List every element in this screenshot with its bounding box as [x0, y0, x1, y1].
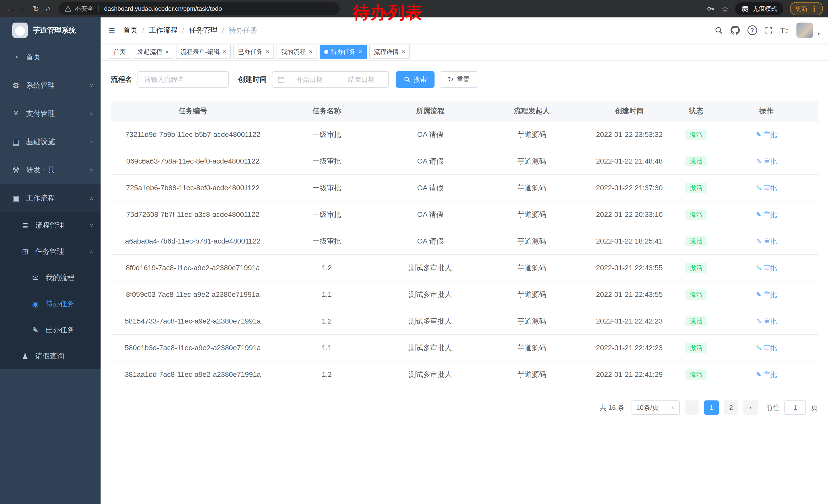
approve-link[interactable]: ✎ 审批	[756, 317, 777, 326]
chat-icon: ✉	[30, 273, 41, 282]
github-icon[interactable]	[731, 26, 740, 35]
approve-link[interactable]: ✎ 审批	[756, 370, 777, 379]
browser-home-icon[interactable]: ⌂	[42, 4, 54, 13]
update-button[interactable]: 更新 ⋮	[790, 2, 823, 15]
sidebar-item-devtools[interactable]: ⚒ 研发工具 ∨	[0, 156, 100, 184]
breadcrumb-separator: /	[222, 26, 224, 34]
approve-link[interactable]: ✎ 审批	[756, 184, 777, 192]
marker-icon: ✎	[30, 326, 41, 334]
url-bar[interactable]: 不安全 dashboard.yudao.iocoder.cn/bpm/task/…	[58, 2, 340, 15]
cell-status: 激活	[677, 334, 715, 361]
status-badge: 激活	[686, 156, 707, 166]
close-icon[interactable]: ×	[165, 48, 169, 55]
search-button[interactable]: 搜索	[396, 71, 434, 88]
prev-page-button[interactable]: ‹	[685, 401, 699, 415]
col-header-actions: 操作	[715, 101, 818, 121]
cell-task-name: 1.1	[275, 281, 379, 308]
search-icon[interactable]	[715, 26, 723, 34]
page-button-2[interactable]: 2	[724, 401, 738, 415]
approve-link[interactable]: ✎ 审批	[756, 237, 777, 246]
table-row: 381aa1dd-7ac8-11ec-a9e2-a2380e71991a 1.2…	[111, 361, 818, 388]
sidebar-item-done-task[interactable]: ✎ 已办任务	[0, 317, 100, 343]
page-size-select[interactable]: 10条/页 ∨	[631, 401, 680, 415]
page-size-value: 10条/页	[636, 403, 659, 412]
approve-link[interactable]: ✎ 审批	[756, 130, 777, 139]
sidebar-item-home[interactable]: ◔ 首页	[0, 43, 100, 71]
cell-initiator: 芋道源码	[482, 175, 582, 201]
cell-status: 激活	[677, 361, 715, 388]
sidebar-item-my-process[interactable]: ✉ 我的流程	[0, 265, 100, 291]
close-icon[interactable]: ×	[266, 48, 269, 55]
cell-create-time: 2022-01-21 22:42:23	[581, 308, 677, 334]
chevron-down-icon[interactable]: ▾	[818, 31, 820, 36]
sidebar-item-todo-task[interactable]: ◉ 待办任务	[0, 291, 100, 317]
close-icon[interactable]: ×	[359, 48, 362, 55]
approve-link[interactable]: ✎ 审批	[756, 343, 777, 353]
cell-status: 激活	[677, 121, 715, 148]
tab-发起流程[interactable]: 发起流程 ×	[133, 45, 173, 59]
cell-initiator: 芋道源码	[482, 201, 582, 228]
goto-page-input[interactable]	[784, 401, 806, 415]
browser-reload-icon[interactable]: ↻	[30, 4, 42, 13]
tab-待办任务[interactable]: 待办任务 ×	[320, 45, 367, 59]
sidebar-item-leave-query[interactable]: ♟ 请假查询	[0, 343, 100, 369]
approve-link[interactable]: ✎ 审批	[756, 210, 777, 219]
tab-流程表单-编辑[interactable]: 流程表单-编辑 ×	[176, 45, 231, 59]
table-row: 8f059c03-7ac8-11ec-a9e2-a2380e71991a 1.1…	[111, 281, 818, 308]
eye-icon: ◉	[30, 300, 41, 308]
close-icon[interactable]: ×	[223, 48, 226, 55]
yen-icon: ¥	[10, 109, 22, 118]
search-button-label: 搜索	[413, 75, 427, 84]
sidebar-item-system[interactable]: ⚙ 系统管理 ∨	[0, 71, 100, 99]
page-content: 流程名 创建时间 开始日期 - 结束日期	[100, 61, 828, 504]
cell-initiator: 芋道源码	[482, 228, 582, 255]
cell-process-name: 测试多审批人	[379, 361, 482, 388]
page-button-1[interactable]: 1	[704, 401, 719, 415]
breadcrumb-workflow[interactable]: 工作流程	[149, 26, 177, 35]
approve-link[interactable]: ✎ 审批	[756, 264, 777, 273]
reset-button[interactable]: ↻ 重置	[440, 71, 478, 88]
sidebar-toggle-icon[interactable]: ≡	[109, 25, 115, 36]
sidebar-item-infrastructure[interactable]: ▤ 基础设施 ∨	[0, 128, 100, 156]
sidebar-item-payment[interactable]: ¥ 支付管理 ∨	[0, 99, 100, 128]
browser-back-icon[interactable]: ←	[5, 4, 17, 13]
cell-task-id: 381aa1dd-7ac8-11ec-a9e2-a2380e71991a	[111, 361, 275, 388]
breadcrumb-home[interactable]: 首页	[123, 26, 138, 35]
cell-task-name: 1.2	[275, 255, 379, 281]
avatar[interactable]	[796, 22, 813, 38]
table-row: 73211d9d-7b9b-11ec-b5b7-acde48001122 一级审…	[111, 121, 818, 148]
sidebar-item-workflow[interactable]: ▣ 工作流程 ∧	[0, 184, 100, 212]
edit-icon: ✎	[756, 317, 761, 325]
app-logo[interactable]: 芋道管理系统	[0, 17, 100, 43]
cell-actions: ✎ 审批	[715, 255, 818, 281]
browser-forward-icon[interactable]: →	[17, 4, 30, 13]
status-badge: 激活	[686, 263, 707, 273]
process-name-input[interactable]	[137, 71, 229, 88]
sidebar-item-task-mgmt[interactable]: ⊞ 任务管理 ∧	[0, 238, 100, 265]
date-range-picker[interactable]: 开始日期 - 结束日期	[272, 71, 389, 88]
chevron-up-icon: ∧	[89, 249, 93, 254]
approve-link[interactable]: ✎ 审批	[756, 157, 777, 166]
tab-流程详情[interactable]: 流程详情 ×	[369, 45, 410, 59]
create-time-label: 创建时间	[238, 75, 267, 84]
cell-task-name: 一级审批	[275, 228, 379, 255]
sidebar-item-process-mgmt[interactable]: ≣ 流程管理 ∨	[0, 212, 100, 238]
approve-link[interactable]: ✎ 审批	[756, 290, 777, 299]
close-icon[interactable]: ×	[402, 48, 405, 55]
tab-我的流程[interactable]: 我的流程 ×	[277, 45, 317, 59]
cell-create-time: 2022-01-22 18:25:41	[581, 228, 677, 255]
edit-icon: ✎	[756, 237, 761, 245]
warning-icon	[65, 6, 71, 12]
close-icon[interactable]: ×	[309, 48, 313, 55]
help-icon[interactable]: ?	[747, 26, 757, 35]
font-size-icon[interactable]: T↕	[780, 26, 789, 35]
key-icon[interactable]	[707, 5, 715, 13]
fullscreen-icon[interactable]	[765, 27, 773, 34]
next-page-button[interactable]: ›	[743, 401, 758, 415]
bookmark-star-icon[interactable]: ☆	[721, 4, 729, 13]
tab-首页[interactable]: 首页	[109, 45, 130, 59]
tab-已办任务[interactable]: 已办任务 ×	[234, 45, 274, 59]
breadcrumb-task-management[interactable]: 任务管理	[189, 26, 217, 35]
sidebar-item-label: 任务管理	[35, 246, 89, 256]
browser-menu-icon[interactable]: ⋮	[811, 5, 818, 13]
